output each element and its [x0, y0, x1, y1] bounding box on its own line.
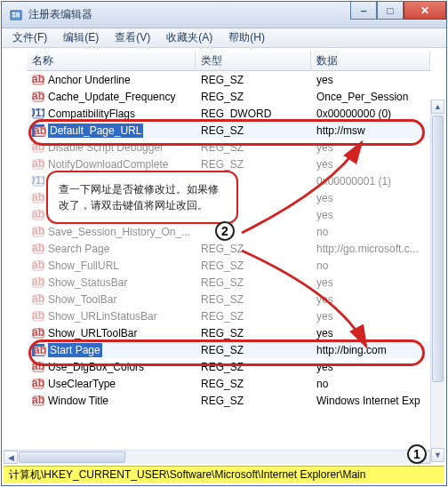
string-value-icon: ab	[32, 158, 44, 171]
value-name: Default_Page_URL	[48, 124, 143, 138]
svg-text:ab: ab	[32, 361, 44, 372]
string-value-icon: ab	[32, 276, 44, 289]
value-type: REG_SZ	[196, 395, 311, 407]
value-data: 0x00000001 (1)	[311, 175, 430, 188]
horizontal-scrollbar[interactable]: ◀ ▶	[4, 450, 430, 464]
menu-help[interactable]: 帮助(H)	[221, 28, 272, 47]
value-type: REG_SZ	[196, 344, 311, 356]
value-type: REG_SZ	[196, 124, 311, 137]
value-data: 0x00000000 (0)	[311, 108, 430, 120]
value-data: yes	[311, 209, 430, 221]
col-data[interactable]: 数据	[311, 52, 430, 70]
string-value-icon: ab	[32, 327, 44, 339]
table-row[interactable]: abShow_URLinStatusBarREG_SZyes	[27, 307, 430, 324]
minimize-button[interactable]: –	[350, 2, 377, 20]
table-row[interactable]: abStart PageREG_SZhttp://bing.com	[27, 341, 430, 358]
value-name: Start Page	[48, 343, 102, 357]
svg-rect-1	[12, 12, 15, 14]
menu-file[interactable]: 文件(F)	[5, 28, 54, 47]
value-name: Anchor Underline	[48, 74, 131, 86]
svg-rect-2	[12, 15, 15, 17]
value-name: Cache_Update_Frequency	[48, 91, 175, 103]
status-path: 计算机\HKEY_CURRENT_USER\Software\Microsoft…	[9, 467, 365, 483]
string-value-icon: ab	[32, 243, 44, 255]
close-button[interactable]: ✕	[404, 2, 446, 20]
menu-edit[interactable]: 编辑(E)	[56, 28, 106, 47]
value-list[interactable]: abAnchor UnderlineREG_SZyesabCache_Updat…	[27, 71, 430, 466]
value-name: Use_DlgBox_Colors	[48, 361, 144, 373]
table-row[interactable]: abyes	[27, 189, 430, 206]
titlebar[interactable]: 注册表编辑器 – □ ✕	[2, 2, 446, 28]
scroll-right-button[interactable]: ▶	[416, 451, 430, 464]
table-row[interactable]: 011CompatibilityFlagsREG_DWORD0x00000000…	[27, 105, 430, 122]
svg-text:ab: ab	[34, 125, 46, 137]
value-data: yes	[311, 310, 430, 323]
menu-view[interactable]: 查看(V)	[108, 28, 157, 47]
string-value-icon: ab	[32, 293, 44, 306]
svg-text:ab: ab	[32, 74, 44, 85]
scroll-up-button[interactable]: ▲	[431, 100, 444, 114]
scroll-thumb-h[interactable]	[19, 451, 125, 463]
value-type: REG_SZ	[196, 74, 311, 86]
table-row[interactable]: abShow_URLToolBarREG_SZyes	[27, 324, 430, 341]
maximize-button[interactable]: □	[377, 2, 404, 20]
vertical-scrollbar[interactable]: ▲ ▼	[430, 100, 444, 462]
table-row[interactable]: abPlay_Background_Soundsyes	[27, 206, 430, 223]
table-row[interactable]: abShow_StatusBarREG_SZyes	[27, 274, 430, 291]
table-row[interactable]: abSave_Session_History_On_...no	[27, 223, 430, 240]
table-row[interactable]: abWindow TitleREG_SZWindows Internet Exp	[27, 392, 430, 409]
value-data: no	[311, 378, 430, 390]
value-name: UseClearType	[48, 378, 116, 390]
client-area: 名称 类型 数据 abAnchor UnderlineREG_SZyesabCa…	[2, 48, 446, 485]
table-row[interactable]: abNotifyDownloadCompleteREG_SZyes	[27, 156, 430, 172]
table-row[interactable]: 011WORD0x00000001 (1)	[27, 172, 430, 189]
value-data: yes	[311, 192, 430, 204]
value-name: Save_Session_History_On_...	[48, 226, 190, 238]
table-row[interactable]: abSearch PageREG_SZhttp://go.microsoft.c…	[27, 240, 430, 257]
col-name[interactable]: 名称	[27, 52, 196, 70]
svg-text:ab: ab	[32, 276, 44, 288]
value-type: REG_SZ	[196, 243, 311, 255]
string-value-icon: ab	[32, 226, 44, 238]
table-row[interactable]: abShow_FullURLREG_SZno	[27, 257, 430, 274]
scroll-thumb-v[interactable]	[432, 116, 444, 382]
svg-text:ab: ab	[32, 293, 44, 305]
value-type: REG_SZ	[196, 259, 311, 272]
value-data: http://bing.com	[311, 344, 430, 356]
value-data: yes	[311, 141, 430, 154]
string-value-icon: ab	[32, 74, 44, 86]
table-row[interactable]: abShow_ToolBarREG_SZyes	[27, 291, 430, 307]
value-name: Disable Script Debugger	[48, 141, 164, 154]
svg-text:ab: ab	[32, 243, 44, 254]
binary-value-icon: 011	[32, 108, 44, 120]
value-type: REG_SZ	[196, 158, 311, 171]
value-name: Show_URLToolBar	[48, 327, 138, 339]
svg-text:ab: ab	[32, 395, 44, 406]
svg-text:ab: ab	[32, 91, 44, 102]
scroll-left-button[interactable]: ◀	[4, 451, 18, 464]
value-data: Windows Internet Exp	[311, 395, 430, 407]
app-icon	[9, 8, 23, 22]
string-value-icon: ab	[32, 124, 44, 137]
value-data: yes	[311, 361, 430, 373]
table-row[interactable]: abAnchor UnderlineREG_SZyes	[27, 71, 430, 88]
col-type[interactable]: 类型	[196, 52, 311, 70]
value-type: REG_SZ	[196, 141, 311, 154]
value-data: no	[311, 259, 430, 272]
svg-text:ab: ab	[32, 141, 44, 153]
table-row[interactable]: abCache_Update_FrequencyREG_SZOnce_Per_S…	[27, 88, 430, 105]
string-value-icon: ab	[32, 192, 44, 204]
value-data: Once_Per_Session	[311, 91, 430, 103]
table-row[interactable]: abDisable Script DebuggerREG_SZyes	[27, 139, 430, 156]
table-row[interactable]: abUse_DlgBox_ColorsREG_SZyes	[27, 358, 430, 375]
string-value-icon: ab	[32, 91, 44, 103]
string-value-icon: ab	[32, 344, 44, 356]
value-name: Show_FullURL	[48, 259, 119, 272]
string-value-icon: ab	[32, 395, 44, 407]
table-row[interactable]: abUseClearTypeREG_SZno	[27, 375, 430, 392]
table-row[interactable]: abDefault_Page_URLREG_SZhttp://msw	[27, 122, 430, 139]
value-data: http://go.microsoft.c...	[311, 243, 430, 255]
scroll-down-button[interactable]: ▼	[431, 448, 444, 462]
svg-text:ab: ab	[32, 259, 44, 271]
menu-favorites[interactable]: 收藏夹(A)	[159, 28, 220, 47]
